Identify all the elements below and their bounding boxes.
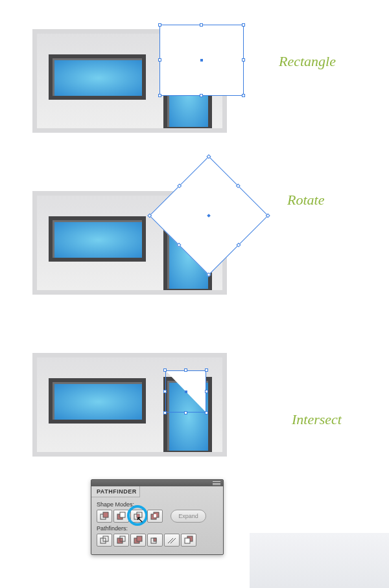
exclude-button[interactable] (147, 510, 163, 523)
outline-button[interactable] (164, 534, 180, 547)
center-point (185, 390, 187, 393)
minus-front-button[interactable] (113, 510, 129, 523)
window-frame (49, 54, 146, 100)
svg-rect-16 (137, 536, 142, 541)
resize-handle[interactable] (242, 23, 245, 27)
divide-button[interactable] (97, 534, 112, 547)
window-glass (53, 382, 142, 420)
resize-handle[interactable] (158, 94, 161, 97)
resize-handle[interactable] (200, 94, 203, 97)
resize-handle[interactable] (177, 184, 182, 188)
window-glass (53, 58, 142, 96)
resize-handle[interactable] (205, 368, 208, 372)
resize-handle[interactable] (266, 213, 270, 218)
svg-rect-10 (154, 514, 156, 517)
resize-handle[interactable] (163, 368, 167, 372)
intersect-button[interactable]: ↖ (130, 510, 146, 523)
window-glass (53, 220, 142, 258)
trim-button[interactable] (113, 534, 129, 547)
resize-handle[interactable] (163, 390, 167, 393)
svg-rect-2 (103, 512, 108, 517)
resize-handle[interactable] (158, 23, 161, 27)
resize-handle[interactable] (206, 154, 211, 159)
merge-button[interactable] (130, 534, 146, 547)
center-point (207, 214, 211, 218)
window-frame (49, 216, 146, 262)
svg-rect-4 (120, 512, 125, 517)
shape-modes-label: Shape Modes: (97, 501, 218, 508)
resize-handle[interactable] (236, 184, 241, 188)
minus-back-button[interactable] (181, 534, 196, 547)
resize-handle[interactable] (200, 23, 203, 27)
resize-handle[interactable] (184, 368, 187, 372)
svg-rect-7 (137, 514, 139, 517)
unite-button[interactable] (97, 510, 112, 523)
decorative-gradient (250, 533, 389, 588)
window-frame (49, 378, 146, 424)
svg-rect-18 (154, 538, 156, 541)
selection-rectangle[interactable] (159, 25, 244, 96)
resize-handle[interactable] (242, 94, 245, 97)
panel-menu-icon[interactable] (213, 481, 220, 485)
resize-handle[interactable] (184, 411, 187, 414)
resize-handle[interactable] (242, 58, 245, 62)
panel-titlebar[interactable] (91, 480, 223, 486)
resize-handle[interactable] (236, 243, 241, 247)
pathfinder-panel[interactable]: PATHFINDER Shape Modes: ↖ Expand Pathfin… (91, 479, 224, 555)
resize-handle[interactable] (205, 411, 208, 414)
step-label: Rectangle (279, 53, 336, 70)
crop-button[interactable] (147, 534, 163, 547)
resize-handle[interactable] (158, 58, 161, 62)
step-label: Intersect (292, 411, 342, 428)
step-label: Rotate (287, 192, 324, 209)
resize-handle[interactable] (163, 411, 167, 414)
resize-handle[interactable] (205, 390, 208, 393)
center-point (200, 59, 203, 62)
selection-intersect[interactable] (165, 370, 206, 413)
svg-rect-20 (185, 538, 190, 543)
panel-tab[interactable]: PATHFINDER (91, 486, 140, 497)
expand-button[interactable]: Expand (171, 510, 206, 523)
pathfinders-label: Pathfinders: (97, 525, 218, 532)
